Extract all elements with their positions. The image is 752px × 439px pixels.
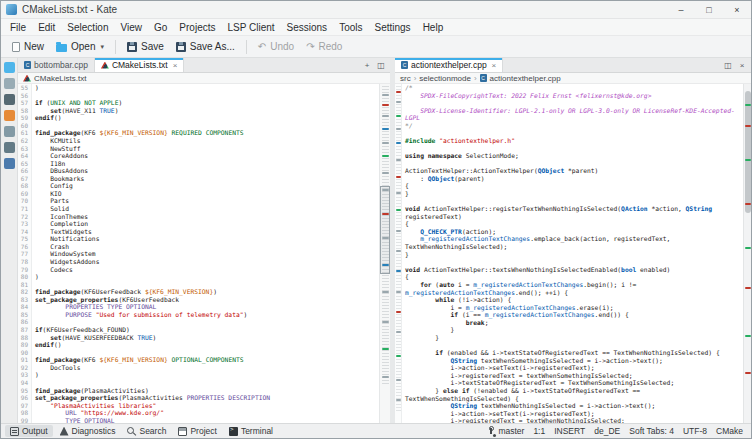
search-replace-icon[interactable]: [4, 126, 15, 137]
code-line[interactable]: 57if (UNIX AND NOT APPLE): [18, 99, 379, 107]
documents-icon[interactable]: [4, 62, 15, 73]
code-line[interactable]: 83set_package_properties(KF6UserFeedback: [18, 296, 379, 304]
code-line[interactable]: 70 Parts: [18, 197, 379, 205]
code-line[interactable]: i = m_registeredActionTextChanges.erase(…: [402, 304, 743, 312]
code-line[interactable]: 77 WindowSystem: [18, 250, 379, 258]
statusbar-cmake[interactable]: CMake: [716, 426, 743, 436]
code-line[interactable]: m_registeredActionTextChanges.emplace_ba…: [402, 235, 743, 250]
code-line[interactable]: 74 TextWidgets: [18, 228, 379, 236]
code-line[interactable]: 86: [18, 318, 379, 326]
breadcrumb-item[interactable]: actiontexthelper.cpp: [490, 74, 561, 83]
minimap-view-rect[interactable]: [380, 186, 390, 274]
split-view-icon[interactable]: ◫: [722, 61, 734, 70]
code-line[interactable]: }: [402, 334, 743, 342]
code-line[interactable]: 85 PURPOSE "Used for submission of telem…: [18, 311, 379, 319]
right-scrollbar-thumb[interactable]: [745, 91, 751, 213]
code-line[interactable]: 60: [18, 122, 379, 130]
code-line[interactable]: }: [402, 190, 743, 198]
symbols-list-icon[interactable]: [4, 142, 15, 153]
plugins-icon[interactable]: [4, 158, 15, 169]
git-tool-icon[interactable]: [4, 94, 15, 105]
menu-go[interactable]: Go: [148, 21, 173, 34]
code-line[interactable]: 62 KCMUtils: [18, 137, 379, 145]
tab-close-icon[interactable]: ×: [492, 61, 497, 70]
close-view-icon[interactable]: ×: [736, 61, 748, 70]
code-line[interactable]: void ActionTextHelper::textsWhenNothingI…: [402, 266, 743, 274]
code-line[interactable]: if (enabled && i->textStateOfRegisteredT…: [402, 349, 743, 357]
statusbar-diagnostics-button[interactable]: Diagnostics: [55, 425, 121, 437]
code-line[interactable]: SPDX-FileCopyrightText: 2022 Felix Ernst…: [402, 92, 743, 100]
menu-help[interactable]: Help: [417, 21, 450, 34]
code-line[interactable]: QString textWhenNothingIsSelected = i->a…: [402, 402, 743, 410]
code-line[interactable]: 71 Solid: [18, 205, 379, 213]
code-line[interactable]: #include "actiontexthelper.h": [402, 137, 743, 145]
code-line[interactable]: 90: [18, 349, 379, 357]
code-line[interactable]: {: [402, 273, 743, 281]
code-line[interactable]: } else if (!enabled && i->textStateOfReg…: [402, 387, 743, 402]
right-code[interactable]: /* SPDX-FileCopyrightText: 2022 Felix Er…: [402, 84, 743, 423]
new-button[interactable]: New: [7, 39, 49, 54]
code-line[interactable]: while (!i->action) {: [402, 296, 743, 304]
code-line[interactable]: 91find_package(KF6 ${KF6_MIN_VERSION} OP…: [18, 356, 379, 364]
statusbar-search-button[interactable]: Search: [122, 425, 171, 437]
code-line[interactable]: 87if(KF6UserFeedback_FOUND): [18, 326, 379, 334]
statusbar-output-button[interactable]: Output: [5, 425, 53, 437]
code-line[interactable]: 56: [18, 92, 379, 100]
statusbar-insert[interactable]: INSERT: [554, 426, 585, 436]
split-view-icon[interactable]: ◫: [375, 61, 387, 70]
maximize-button[interactable]: □: [695, 1, 723, 18]
code-line[interactable]: 73 Completion: [18, 220, 379, 228]
code-line[interactable]: 96set_package_properties(PlasmaActivitie…: [18, 394, 379, 402]
new-tab-icon[interactable]: +: [361, 61, 373, 70]
code-line[interactable]: break;: [402, 319, 743, 327]
code-line[interactable]: }: [402, 251, 743, 259]
code-line[interactable]: 67 Bookmarks: [18, 175, 379, 183]
code-line[interactable]: }: [402, 326, 743, 334]
code-line[interactable]: 98 URL "https://www.kde.org/": [18, 409, 379, 417]
code-line[interactable]: 94: [18, 379, 379, 387]
code-line[interactable]: Q_CHECK_PTR(action);: [402, 228, 743, 236]
code-line[interactable]: i->action->setText(i->registeredText);: [402, 364, 743, 372]
code-line[interactable]: 92 DocTools: [18, 364, 379, 372]
left-minimap[interactable]: [379, 84, 390, 423]
save-button[interactable]: Save: [122, 39, 169, 54]
code-line[interactable]: [402, 99, 743, 107]
code-line[interactable]: /*: [402, 84, 743, 92]
code-line[interactable]: 75 Notifications: [18, 235, 379, 243]
breadcrumb-item[interactable]: selectionmode: [419, 74, 471, 83]
code-line[interactable]: 68 Config: [18, 182, 379, 190]
code-line[interactable]: 76 Crash: [18, 243, 379, 251]
code-line[interactable]: 58 set(HAVE_X11 TRUE): [18, 107, 379, 115]
code-line[interactable]: for (auto i = m_registeredActionTextChan…: [402, 281, 743, 296]
menu-sessions[interactable]: Sessions: [281, 21, 334, 34]
code-line[interactable]: 97 "PlasmaActivities libraries": [18, 402, 379, 410]
tab-cmakelists-txt[interactable]: CMakeLists.txt×: [95, 58, 184, 72]
close-button[interactable]: ×: [723, 1, 751, 18]
statusbar-utf-8[interactable]: UTF-8: [683, 426, 707, 436]
code-line[interactable]: 66 DBusAddons: [18, 167, 379, 175]
menu-tools[interactable]: Tools: [333, 21, 368, 34]
code-line[interactable]: 80): [18, 273, 379, 281]
code-line[interactable]: if (i == m_registeredActionTextChanges.e…: [402, 311, 743, 319]
breadcrumb-item[interactable]: CMakeLists.txt: [34, 74, 86, 83]
menu-lsp-client[interactable]: LSP Client: [221, 21, 280, 34]
code-line[interactable]: 89endif(): [18, 341, 379, 349]
code-line[interactable]: i->textStateOfRegisteredText = TextWhenS…: [402, 379, 743, 387]
statusbar-project-button[interactable]: Project: [173, 425, 221, 437]
code-line[interactable]: */: [402, 122, 743, 130]
statusbar-soft-tabs-4[interactable]: Soft Tabs: 4: [629, 426, 674, 436]
code-line[interactable]: 79 Codecs: [18, 266, 379, 274]
code-line[interactable]: 88 set(HAVE_KUSERFEEDBACK TRUE): [18, 334, 379, 342]
code-line[interactable]: [402, 198, 743, 206]
code-line[interactable]: [402, 160, 743, 168]
code-line[interactable]: i->action->setText(i->registeredText);: [402, 410, 743, 418]
filesystem-browser-icon[interactable]: [4, 110, 15, 121]
save-as-button[interactable]: Save As...: [171, 39, 240, 54]
code-line[interactable]: 78 WidgetsAddons: [18, 258, 379, 266]
minimize-button[interactable]: –: [667, 1, 695, 18]
code-line[interactable]: 61find_package(KF6 ${KF6_MIN_VERSION} RE…: [18, 129, 379, 137]
tab-actiontexthelper-cpp[interactable]: actiontexthelper.cpp×: [395, 58, 503, 72]
breadcrumb-item[interactable]: src: [400, 74, 411, 83]
code-line[interactable]: 55): [18, 84, 379, 92]
code-line[interactable]: 84 PROPERTIES TYPE OPTIONAL: [18, 303, 379, 311]
